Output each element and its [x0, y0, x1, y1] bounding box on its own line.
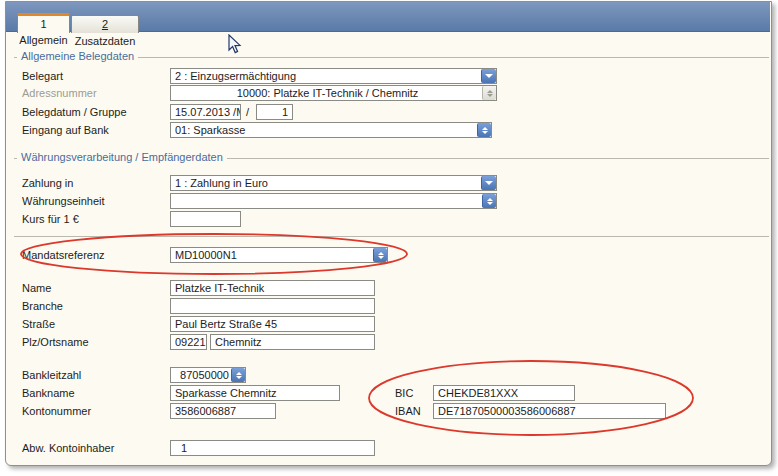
adressnummer-spinner-disabled [482, 86, 496, 100]
name-field[interactable]: Platzke IT-Technik [170, 280, 375, 296]
tab-zusatzdaten-label: Zusatzdaten [75, 35, 136, 47]
strasse-field[interactable]: Paul Bertz Straße 45 [170, 316, 375, 332]
belegdatum-field[interactable]: 15.07.2013 /Mo [170, 104, 241, 120]
bankleitzahl-label: Bankleitzahl [22, 369, 81, 381]
eingang-bank-label: Eingang auf Bank [22, 124, 109, 136]
belegdatum-value: 15.07.2013 /Mo [175, 105, 241, 119]
kontonummer-label: Kontonummer [22, 405, 91, 417]
mandatsreferenz-spinner[interactable] [373, 248, 387, 262]
belegdatum-separator: / [246, 106, 249, 118]
belegart-label: Belegart [22, 70, 63, 82]
tab-allgemein-label: 1 Allgemein [19, 18, 67, 46]
bankleitzahl-value: 87050000 [180, 368, 229, 382]
tab-zusatzdaten-accel: 2 [102, 18, 108, 30]
divider [14, 236, 769, 237]
belegart-combobox[interactable]: 2 : Einzugsermächtigung [170, 68, 497, 84]
kurs-field[interactable] [170, 211, 241, 227]
tab-allgemein[interactable]: 1 Allgemein [17, 13, 70, 33]
gruppe-value: 1 [282, 105, 288, 119]
iban-value: DE71870500003586006887 [438, 404, 576, 418]
iban-field[interactable]: DE71870500003586006887 [433, 403, 666, 419]
mandatsreferenz-field[interactable]: MD10000N1 [170, 247, 388, 263]
arrow-up-icon [487, 198, 493, 201]
section-belegdaten-legend: Allgemeine Belegdaten [17, 50, 138, 62]
gruppe-field[interactable]: 1 [256, 104, 293, 120]
kontonummer-field[interactable]: 3586006887 [170, 403, 276, 419]
ort-value: Chemnitz [215, 335, 261, 349]
belegdatum-label: Belegdatum / Gruppe [22, 106, 127, 118]
bankname-field[interactable]: Sparkasse Chemnitz [170, 385, 340, 401]
plz-ort-label: Plz/Ortsname [22, 336, 89, 348]
mandatsreferenz-label: Mandatsreferenz [22, 249, 105, 261]
zahlung-in-dropdown-button[interactable] [481, 176, 496, 190]
bankleitzahl-spinner[interactable] [231, 368, 245, 382]
arrow-down-icon [378, 256, 384, 259]
bankname-value: Sparkasse Chemnitz [175, 386, 277, 400]
waehrungseinheit-label: Währungseinheit [22, 195, 105, 207]
tab-strip: 1 Allgemein 2 Zusatzdaten [6, 2, 770, 32]
arrow-down-icon [487, 202, 493, 205]
bankname-label: Bankname [22, 387, 75, 399]
waehrungseinheit-spinner[interactable] [482, 194, 496, 208]
waehrungseinheit-field[interactable] [170, 193, 497, 209]
arrow-down-icon [487, 94, 493, 97]
abw-kontoinhaber-label: Abw. Kontoinhaber [22, 442, 114, 454]
adressnummer-field: 10000: Platzke IT-Technik / Chemnitz [170, 85, 497, 101]
zahlung-in-combobox[interactable]: 1 : Zahlung in Euro [170, 175, 497, 191]
name-label: Name [22, 282, 51, 294]
section-belegdaten-divider: Allgemeine Belegdaten [14, 57, 769, 58]
arrow-down-icon [482, 131, 488, 134]
branche-field[interactable] [170, 298, 375, 314]
adressnummer-label: Adressnummer [22, 87, 97, 99]
arrow-up-icon [487, 90, 493, 93]
abw-kontoinhaber-field[interactable]: 1 [170, 440, 375, 456]
bic-label: BIC [395, 387, 413, 399]
eingang-bank-value: 01: Sparkasse [175, 123, 245, 137]
application-window: 1 Allgemein 2 Zusatzdaten Allgemeine Bel… [0, 0, 778, 476]
abw-kontoinhaber-value: 1 [181, 441, 187, 455]
bic-value: CHEKDE81XXX [438, 386, 518, 400]
bic-field[interactable]: CHEKDE81XXX [433, 385, 575, 401]
eingang-bank-spinner[interactable] [477, 123, 491, 137]
strasse-label: Straße [22, 318, 55, 330]
kurs-label: Kurs für 1 € [22, 213, 79, 225]
chevron-down-icon [485, 181, 493, 185]
branche-label: Branche [22, 300, 63, 312]
chevron-down-icon [485, 74, 493, 78]
belegart-dropdown-button[interactable] [481, 69, 496, 83]
name-value: Platzke IT-Technik [175, 281, 264, 295]
adressnummer-value: 10000: Platzke IT-Technik / Chemnitz [237, 86, 419, 100]
zahlung-in-label: Zahlung in [22, 177, 73, 189]
strasse-value: Paul Bertz Straße 45 [175, 317, 277, 331]
arrow-up-icon [236, 372, 242, 375]
plz-value: 09221 [175, 335, 206, 349]
kontonummer-value: 3586006887 [175, 404, 236, 418]
belegart-value: 2 : Einzugsermächtigung [175, 69, 296, 83]
arrow-down-icon [236, 376, 242, 379]
zahlung-in-value: 1 : Zahlung in Euro [175, 176, 268, 190]
ort-field[interactable]: Chemnitz [210, 334, 375, 350]
mandatsreferenz-value: MD10000N1 [175, 248, 237, 262]
bankleitzahl-field[interactable]: 87050000 [170, 367, 246, 383]
arrow-up-icon [378, 252, 384, 255]
section-waehrung-legend: Währungsverarbeitung / Empfängerdaten [17, 151, 227, 163]
iban-label: IBAN [395, 405, 421, 417]
arrow-up-icon [482, 127, 488, 130]
eingang-bank-field[interactable]: 01: Sparkasse [170, 122, 492, 138]
section-waehrung-divider: Währungsverarbeitung / Empfängerdaten [14, 158, 769, 159]
plz-field[interactable]: 09221 [170, 334, 207, 350]
tab-zusatzdaten[interactable]: 2 Zusatzdaten [71, 15, 139, 33]
